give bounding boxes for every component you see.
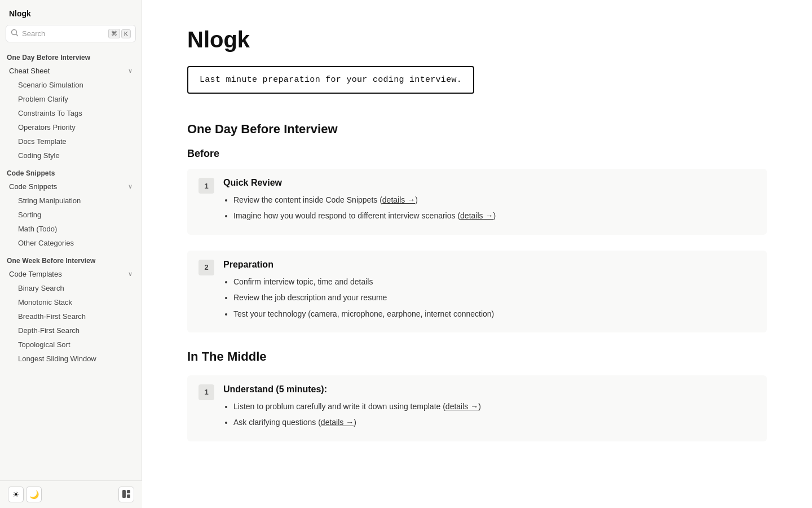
sidebar-item-scenario-simulation[interactable]: Scenario Simulation	[2, 78, 139, 92]
code-snippets-label: Code Snippets	[9, 182, 57, 191]
list-item: Confirm interview topic, time and detail…	[233, 275, 756, 288]
sidebar: Nlogk Search ⌘ K One Day Before Intervie…	[0, 0, 142, 508]
details-link[interactable]: details →	[445, 402, 478, 411]
cheat-sheet-chevron: ∨	[128, 67, 133, 75]
sidebar-item-coding-style[interactable]: Coding Style	[2, 148, 139, 163]
item-text: Listen to problum carefully and write it…	[233, 402, 445, 411]
sidebar-item-math-todo[interactable]: Math (Todo)	[2, 222, 139, 236]
list-item: Review the content inside Code Snippets …	[233, 194, 756, 206]
block-quick-review-heading: Quick Review	[223, 178, 756, 188]
list-item: Imagine how you would respond to differe…	[233, 209, 756, 222]
sidebar-item-problem-clarify[interactable]: Problem Clarify	[2, 92, 139, 106]
sidebar-item-docs-template[interactable]: Docs Template	[2, 134, 139, 148]
code-templates-group-header[interactable]: Code Templates ∨	[2, 267, 139, 281]
sidebar-item-constraints-to-tags[interactable]: Constraints To Tags	[2, 106, 139, 120]
light-mode-button[interactable]: ☀	[8, 487, 24, 502]
search-placeholder: Search	[22, 29, 105, 38]
block-number-2: 2	[198, 260, 214, 275]
block-preparation-heading: Preparation	[223, 260, 756, 270]
item-suffix: )	[415, 195, 418, 204]
block-understand-heading: Understand (5 minutes):	[223, 384, 756, 395]
section-code-snippets: Code Snippets	[0, 165, 142, 179]
sidebar-item-other-categories[interactable]: Other Categories	[2, 236, 139, 250]
svg-rect-2	[122, 490, 126, 498]
svg-line-1	[16, 34, 18, 36]
sidebar-item-topological-sort[interactable]: Topological Sort	[2, 338, 139, 352]
sidebar-item-sorting[interactable]: Sorting	[2, 208, 139, 222]
main-section-one-day: One Day Before Interview Before 1 Quick …	[187, 122, 767, 441]
section-one-week: One Week Before Interview	[0, 252, 142, 267]
sidebar-item-longest-sliding-window[interactable]: Longest Sliding Window	[2, 352, 139, 366]
item-text: Test your technology (camera, microphone…	[233, 309, 494, 318]
k-key: K	[121, 29, 131, 38]
cheat-sheet-label: Cheat Sheet	[9, 67, 50, 75]
details-link-2[interactable]: details →	[321, 418, 354, 427]
item-text: Confirm interview topic, time and detail…	[233, 277, 373, 286]
subsection-before: Before	[187, 148, 767, 160]
list-item: Review the job description and your resu…	[233, 291, 756, 304]
layout-toggle-button[interactable]	[118, 487, 134, 502]
search-shortcut: ⌘ K	[108, 29, 131, 38]
block-preparation-list: Confirm interview topic, time and detail…	[223, 275, 756, 320]
theme-toggle-group: ☀ 🌙	[8, 487, 42, 502]
block-understand-number: 1	[198, 384, 214, 400]
svg-rect-3	[127, 490, 130, 493]
block-quick-review-list: Review the content inside Code Snippets …	[223, 194, 756, 222]
item-text: Ask clarifying questions (	[233, 418, 321, 427]
item-text: Imagine how you would respond to differe…	[233, 211, 460, 220]
sidebar-item-monotonic-stack[interactable]: Monotonic Stack	[2, 295, 139, 309]
sidebar-item-breadth-first-search[interactable]: Breadth-First Search	[2, 309, 139, 323]
code-snippets-group-header[interactable]: Code Snippets ∨	[2, 179, 139, 194]
section-title-one-day: One Day Before Interview	[187, 122, 767, 137]
subtitle-code-block: Last minute preparation for your coding …	[187, 66, 474, 94]
details-link[interactable]: details →	[382, 195, 415, 204]
code-templates-label: Code Templates	[9, 270, 62, 278]
block-preparation-content: Preparation Confirm interview topic, tim…	[223, 260, 756, 323]
sidebar-bottom: ☀ 🌙	[0, 480, 142, 508]
block-preparation: 2 Preparation Confirm interview topic, t…	[187, 251, 767, 332]
page-title: Nlogk	[187, 27, 767, 52]
cheat-sheet-group-header[interactable]: Cheat Sheet ∨	[2, 64, 139, 78]
details-link[interactable]: details →	[460, 211, 493, 220]
block-understand-list: Listen to problum carefully and write it…	[223, 400, 756, 429]
code-snippets-group: Code Snippets ∨ String Manipulation Sort…	[0, 179, 142, 250]
sun-icon: ☀	[12, 490, 20, 499]
code-templates-group: Code Templates ∨ Binary Search Monotonic…	[0, 267, 142, 366]
list-item: Test your technology (camera, microphone…	[233, 308, 756, 320]
sidebar-scroll: One Day Before Interview Cheat Sheet ∨ S…	[0, 49, 142, 508]
item-text: Review the content inside Code Snippets …	[233, 195, 382, 204]
sidebar-title: Nlogk	[0, 0, 142, 23]
layout-icon	[122, 489, 131, 500]
block-quick-review: 1 Quick Review Review the content inside…	[187, 169, 767, 235]
item-text: Review the job description and your resu…	[233, 293, 387, 302]
item-suffix: )	[354, 418, 356, 427]
sidebar-item-string-manipulation[interactable]: String Manipulation	[2, 194, 139, 208]
block-understand: 1 Understand (5 minutes): Listen to prob…	[187, 375, 767, 441]
item-suffix: )	[493, 211, 496, 220]
block-quick-review-content: Quick Review Review the content inside C…	[223, 178, 756, 226]
code-snippets-chevron: ∨	[128, 183, 133, 190]
sidebar-item-binary-search[interactable]: Binary Search	[2, 281, 139, 295]
subsection-in-the-middle: In The Middle	[187, 349, 767, 364]
main-content: Nlogk Last minute preparation for your c…	[142, 0, 812, 508]
list-item: Listen to problum carefully and write it…	[233, 400, 756, 413]
dark-mode-button[interactable]: 🌙	[26, 487, 42, 502]
search-bar[interactable]: Search ⌘ K	[6, 25, 136, 42]
svg-rect-4	[127, 494, 130, 498]
sidebar-item-depth-first-search[interactable]: Depth-First Search	[2, 323, 139, 338]
search-icon	[11, 29, 19, 38]
section-one-day: One Day Before Interview	[0, 49, 142, 64]
item-suffix: )	[478, 402, 481, 411]
code-templates-chevron: ∨	[128, 270, 133, 278]
block-number-1: 1	[198, 178, 214, 194]
moon-icon: 🌙	[29, 490, 39, 499]
list-item: Ask clarifying questions (details →)	[233, 416, 756, 428]
cmd-key: ⌘	[108, 29, 120, 38]
cheat-sheet-group: Cheat Sheet ∨ Scenario Simulation Proble…	[0, 64, 142, 163]
sidebar-item-operators-priority[interactable]: Operators Priority	[2, 120, 139, 134]
block-understand-content: Understand (5 minutes): Listen to problu…	[223, 384, 756, 432]
